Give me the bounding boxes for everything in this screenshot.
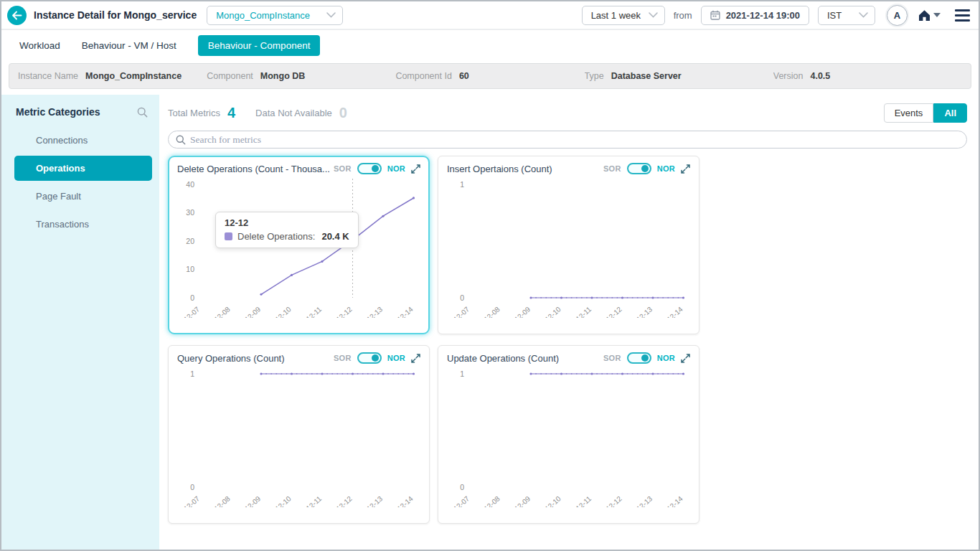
metric-card[interactable]: Delete Operations (Count - Thousa...SORN…: [168, 156, 430, 334]
expand-icon[interactable]: [681, 164, 690, 174]
sor-nor-toggle[interactable]: [357, 352, 382, 364]
sidebar-item-operations[interactable]: Operations: [14, 156, 152, 181]
svg-text:10: 10: [186, 265, 194, 273]
avatar[interactable]: A: [887, 5, 908, 26]
chevron-down-icon: [649, 12, 658, 18]
home-icon: [918, 9, 931, 22]
svg-text:12-13: 12-13: [365, 305, 385, 318]
datetime-value: 2021-12-14 19:00: [726, 10, 800, 21]
from-label: from: [674, 10, 692, 21]
svg-text:12-10: 12-10: [543, 494, 562, 507]
svg-text:12-12: 12-12: [604, 494, 623, 507]
svg-text:12-11: 12-11: [305, 305, 324, 318]
chevron-down-icon: [859, 12, 868, 18]
sidebar-items: ConnectionsOperationsPage FaultTransacti…: [1, 128, 159, 237]
sidebar-title: Metric Categories: [16, 106, 100, 118]
toggle-knob: [372, 165, 379, 172]
svg-text:12-10: 12-10: [543, 305, 562, 318]
data-not-available-label: Data Not Available: [255, 108, 332, 118]
search-icon[interactable]: [137, 107, 148, 118]
time-range-select[interactable]: Last 1 week: [582, 6, 665, 25]
home-button[interactable]: [918, 9, 941, 22]
svg-text:12-14: 12-14: [395, 305, 415, 318]
sor-nor-toggle[interactable]: [627, 352, 651, 364]
svg-text:12-08: 12-08: [212, 305, 232, 318]
datetime-picker[interactable]: 2021-12-14 19:00: [701, 6, 809, 25]
info-field: Version4.0.5: [773, 71, 962, 81]
metrics-header: Total Metrics 4 Data Not Available 0 Eve…: [168, 100, 967, 125]
svg-text:12-14: 12-14: [395, 494, 415, 507]
line-chart: 0112-0712-0812-0912-1012-1112-1212-1312-…: [447, 364, 692, 507]
total-metrics-label: Total Metrics: [168, 108, 220, 118]
svg-text:12-11: 12-11: [575, 494, 593, 507]
tab-behaviour-vm-host[interactable]: Behaviour - VM / Host: [82, 40, 176, 51]
chevron-down-icon: [326, 12, 336, 18]
card-header: Update Operations (Count)SORNOR: [447, 352, 690, 364]
top-bar-left: Instance Detail for Mongo_service Mongo_…: [7, 6, 343, 25]
svg-text:12-13: 12-13: [635, 305, 654, 318]
arrow-left-icon: [11, 11, 22, 20]
sidebar-item-connections[interactable]: Connections: [14, 128, 152, 153]
metrics-search: [168, 131, 967, 149]
tooltip-label: Delete Operations:: [237, 231, 315, 242]
all-button[interactable]: All: [933, 103, 967, 123]
info-field: Component Id60: [395, 71, 584, 81]
app-root: Instance Detail for Mongo_service Mongo_…: [0, 0, 980, 551]
card-title: Delete Operations (Count - Thousa...: [177, 164, 330, 174]
expand-icon[interactable]: [411, 354, 420, 363]
nor-label: NOR: [657, 164, 675, 173]
time-range-value: Last 1 week: [591, 10, 641, 21]
card-title: Query Operations (Count): [177, 353, 285, 364]
tooltip-date: 12-12: [225, 217, 349, 228]
avatar-letter: A: [894, 10, 900, 21]
instance-select[interactable]: Mongo_CompInstance: [207, 6, 343, 25]
toggle-knob: [641, 165, 649, 172]
chart-tooltip: 12-12Delete Operations:20.4 K: [215, 212, 359, 248]
svg-text:12-14: 12-14: [665, 305, 684, 318]
sor-nor-toggle[interactable]: [627, 163, 651, 174]
sidebar-item-transactions[interactable]: Transactions: [14, 212, 152, 237]
nor-label: NOR: [387, 354, 405, 362]
caret-down-icon: [933, 13, 941, 17]
tab-behaviour-component[interactable]: Behaviour - Component: [198, 35, 321, 56]
info-field: Instance NameMongo_CompInstance: [18, 71, 207, 81]
line-chart: 0112-0712-0812-0912-1012-1112-1212-1312-…: [177, 364, 422, 507]
menu-button[interactable]: [955, 7, 970, 24]
sidebar-item-page-fault[interactable]: Page Fault: [14, 184, 152, 209]
expand-icon[interactable]: [681, 354, 690, 363]
svg-text:1: 1: [460, 180, 464, 189]
metric-card: Insert Opertaions (Count)SORNOR0112-0712…: [438, 156, 699, 334]
svg-text:12-07: 12-07: [452, 305, 471, 318]
card-controls: SORNOR: [334, 163, 420, 174]
events-button[interactable]: Events: [884, 103, 934, 123]
main-panel: Total Metrics 4 Data Not Available 0 Eve…: [159, 95, 979, 550]
info-label: Instance Name: [18, 71, 78, 81]
toggle-knob: [641, 354, 649, 362]
content: Metric Categories ConnectionsOperationsP…: [1, 95, 979, 550]
nor-label: NOR: [387, 164, 405, 173]
search-icon: [176, 135, 186, 145]
sor-nor-toggle[interactable]: [357, 163, 382, 174]
info-label: Version: [773, 71, 804, 81]
svg-text:12-09: 12-09: [243, 494, 263, 507]
expand-icon[interactable]: [411, 164, 420, 174]
svg-text:40: 40: [186, 180, 194, 189]
top-bar-right: Last 1 week from 2021-12-14 19:00 IST A: [582, 5, 970, 26]
info-bar: Instance NameMongo_CompInstanceComponent…: [9, 63, 971, 89]
sidebar-header: Metric Categories: [1, 106, 159, 118]
metric-cards: Delete Operations (Count - Thousa...SORN…: [168, 156, 967, 524]
svg-text:12-12: 12-12: [334, 305, 354, 318]
svg-text:12-13: 12-13: [365, 494, 385, 507]
metrics-search-input[interactable]: [190, 134, 959, 146]
calendar-icon: [710, 10, 720, 20]
svg-text:12-07: 12-07: [452, 494, 471, 507]
tab-workload[interactable]: Workload: [19, 40, 60, 51]
info-value: 60: [459, 71, 469, 81]
svg-text:30: 30: [186, 208, 194, 217]
svg-text:12-10: 12-10: [273, 305, 293, 318]
tab-bar: WorkloadBehaviour - VM / HostBehaviour -…: [1, 30, 979, 60]
back-button[interactable]: [7, 6, 27, 25]
timezone-select[interactable]: IST: [818, 6, 875, 25]
svg-text:12-08: 12-08: [482, 494, 501, 507]
metric-card: Update Operations (Count)SORNOR0112-0712…: [438, 345, 699, 524]
